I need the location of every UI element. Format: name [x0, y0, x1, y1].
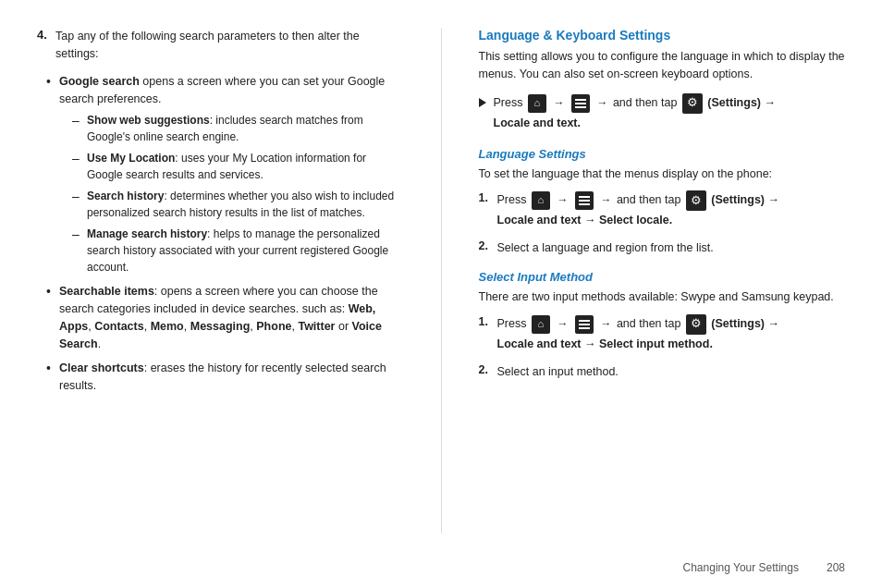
column-divider — [441, 28, 442, 533]
lang-and-then-tap: and then tap — [617, 193, 681, 206]
settings-icon-lang: ⚙ — [686, 190, 706, 211]
page-number: 208 — [827, 561, 845, 574]
input-step-1: 1. Press ⌂ → → and then tap ⚙ (Settings)… — [479, 314, 846, 353]
lang-settings-label: (Settings) → — [711, 193, 779, 206]
input-and-then-tap: and then tap — [617, 317, 681, 330]
step-4: 4. Tap any of the following search param… — [37, 28, 404, 64]
bullet-searchable-items: Searchable items: opens a screen where y… — [46, 283, 404, 352]
input-step-2-content: Select an input method. — [497, 362, 619, 381]
input-step-1-num: 1. — [479, 314, 497, 328]
lang-arrow-1: → — [557, 193, 568, 206]
arrow-2: → — [596, 96, 607, 109]
press-line-main: Press ⌂ → → and then tap ⚙ (Settings) → … — [479, 93, 846, 132]
menu-icon-main — [571, 94, 590, 113]
section-intro: This setting allows you to configure the… — [479, 48, 846, 84]
subbullet-search-history: Search history: determines whether you a… — [72, 188, 404, 221]
language-settings-title: Language Settings — [479, 147, 846, 161]
home-icon-lang: ⌂ — [532, 191, 550, 210]
left-column: 4. Tap any of the following search param… — [37, 28, 404, 533]
select-input-intro: There are two input methods available: S… — [479, 288, 846, 306]
lang-step-1: 1. Press ⌂ → → and then tap ⚙ (Settings)… — [479, 190, 846, 229]
subbullet-show-web: Show web suggestions: includes search ma… — [72, 112, 404, 145]
input-locale-text: Locale and text → Select input method. — [497, 337, 713, 350]
settings-icon-input: ⚙ — [686, 314, 706, 335]
locale-text-main: Locale and text. — [494, 116, 581, 129]
input-press-label: Press — [497, 317, 527, 330]
triangle-icon — [479, 98, 486, 107]
input-step-2-num: 2. — [479, 362, 497, 376]
home-icon-input: ⌂ — [532, 315, 550, 334]
arrow-1: → — [553, 96, 564, 109]
input-arrow-2: → — [600, 317, 611, 330]
input-step-1-content: Press ⌂ → → and then tap ⚙ (Settings) → … — [497, 314, 779, 353]
lang-step-2: 2. Select a language and region from the… — [479, 239, 846, 257]
lang-step-1-content: Press ⌂ → → and then tap ⚙ (Settings) → … — [497, 190, 779, 229]
language-keyboard-title: Language & Keyboard Settings — [479, 28, 846, 43]
press-content-main: Press ⌂ → → and then tap ⚙ (Settings) → … — [494, 93, 776, 132]
subbullet-use-location: Use My Location: uses your My Location i… — [72, 150, 404, 183]
subbullet-manage-history: Manage search history: helps to manage t… — [72, 226, 404, 276]
lang-step-1-num: 1. — [479, 190, 497, 204]
press-label-main: Press — [494, 96, 523, 109]
page-footer: Changing Your Settings 208 — [0, 552, 882, 588]
bullet-clear-shortcuts: Clear shortcuts: erases the history for … — [46, 360, 404, 395]
language-settings-intro: To set the language that the menus displ… — [479, 165, 846, 183]
lang-press-label: Press — [497, 193, 527, 206]
menu-icon-input — [575, 315, 594, 334]
lang-arrow-2: → — [600, 193, 611, 206]
input-step-2: 2. Select an input method. — [479, 362, 846, 381]
footer-section-label: Changing Your Settings — [683, 561, 799, 574]
lang-step-2-num: 2. — [479, 239, 497, 252]
menu-icon-lang — [575, 191, 594, 210]
main-bullet-list: Google search opens a screen where you c… — [46, 73, 404, 395]
input-arrow-1: → — [557, 317, 568, 330]
google-search-label: Google search — [59, 75, 140, 88]
lang-step-2-content: Select a language and region from the li… — [497, 239, 714, 257]
step-4-number: 4. — [37, 28, 55, 64]
and-then-tap-label: and then tap — [613, 96, 678, 109]
home-icon-main: ⌂ — [528, 94, 546, 113]
settings-label-main: (Settings) → — [707, 96, 776, 109]
input-settings-label: (Settings) → — [711, 317, 779, 330]
settings-icon-main: ⚙ — [682, 93, 703, 114]
step-4-text: Tap any of the following search paramete… — [55, 28, 404, 64]
google-subbullets: Show web suggestions: includes search ma… — [72, 112, 404, 276]
bullet-google-search: Google search opens a screen where you c… — [46, 73, 404, 276]
lang-locale-text: Locale and text → Select locale. — [497, 214, 673, 227]
right-column: Language & Keyboard Settings This settin… — [479, 28, 846, 533]
select-input-title: Select Input Method — [479, 270, 846, 284]
